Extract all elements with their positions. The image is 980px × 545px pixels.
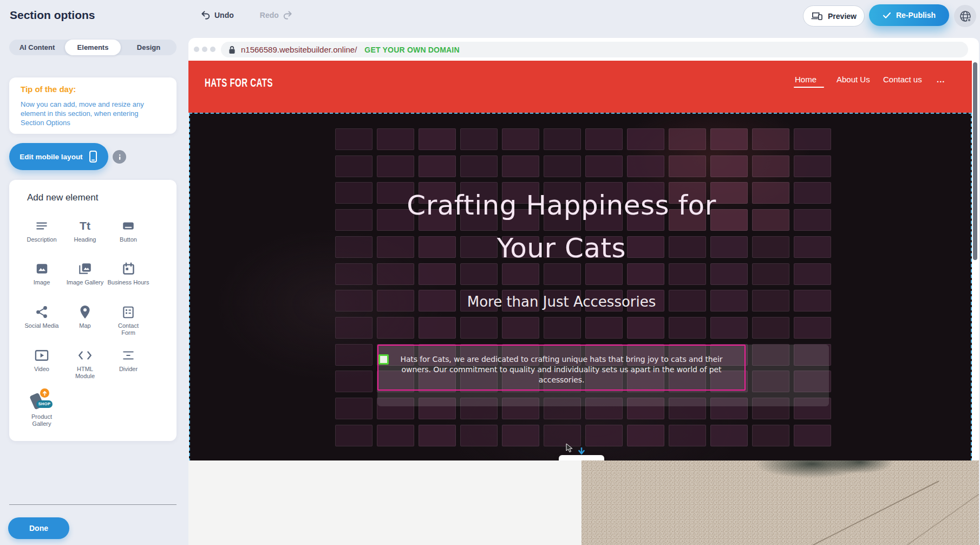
- grid-tile: [752, 263, 789, 285]
- image-gallery-icon: [63, 259, 107, 278]
- add-element-video[interactable]: Video: [20, 346, 63, 373]
- grid-tile: [752, 290, 789, 312]
- get-your-own-domain-link[interactable]: GET YOUR OWN DOMAIN: [364, 46, 459, 54]
- grid-tile: [752, 155, 789, 177]
- grid-tile: [627, 425, 664, 446]
- grid-tile: [460, 128, 498, 150]
- redo-icon: [282, 10, 293, 21]
- grid-tile: [377, 128, 414, 150]
- sidebar-divider: [9, 504, 177, 505]
- heading-icon: Tt: [63, 217, 107, 235]
- done-button[interactable]: Done: [8, 517, 69, 539]
- info-button[interactable]: [113, 150, 126, 164]
- tab-ai-content[interactable]: AI Content: [9, 40, 65, 55]
- grid-tile: [335, 317, 373, 339]
- tip-of-the-day-card: Tip of the day: Now you can add, move an…: [9, 77, 177, 134]
- browser-dot: [194, 47, 199, 52]
- nav-contact-us[interactable]: Contact us: [883, 75, 922, 84]
- grid-tile: [335, 263, 373, 285]
- grid-tile: [794, 425, 831, 446]
- add-element-description[interactable]: Description: [20, 217, 63, 243]
- add-element-html-module[interactable]: HTML Module: [63, 346, 107, 380]
- description-icon: [20, 217, 63, 235]
- contact-form-icon: [107, 303, 150, 321]
- business-hours-icon: [107, 259, 150, 278]
- grid-tile: [502, 128, 539, 150]
- grid-tile: [752, 317, 789, 339]
- republish-button[interactable]: Re-Publish: [869, 4, 949, 26]
- grid-tile: [502, 425, 539, 446]
- grid-tile: [627, 128, 664, 150]
- add-element-heading[interactable]: Tt Heading: [63, 217, 107, 243]
- tip-title: Tip of the day:: [21, 85, 76, 94]
- preview-button[interactable]: Preview: [803, 5, 865, 27]
- add-element-image[interactable]: Image: [20, 259, 63, 286]
- add-element-product-gallery[interactable]: SHOP Product Gallery: [20, 388, 63, 427]
- grid-tile: [710, 317, 748, 339]
- tab-design[interactable]: Design: [121, 40, 177, 55]
- grid-tile: [419, 425, 456, 446]
- grid-tile: [585, 128, 623, 150]
- grid-tile: [794, 236, 831, 258]
- preview-label: Preview: [828, 12, 857, 21]
- grid-tile: [794, 155, 831, 177]
- nav-about-us[interactable]: About Us: [837, 75, 870, 84]
- grid-tile: [335, 290, 373, 312]
- page-title: Section options: [10, 9, 95, 22]
- hero-section-selected[interactable]: Crafting Happiness for Your Cats More th…: [189, 113, 972, 462]
- hero-subheading[interactable]: More than Just Accessories: [372, 294, 751, 310]
- grid-tile: [335, 344, 373, 366]
- scrollbar-thumb[interactable]: [973, 62, 977, 260]
- add-element-map[interactable]: Map: [63, 303, 107, 329]
- redo-button[interactable]: Redo: [260, 10, 293, 21]
- add-element-image-gallery[interactable]: Image Gallery: [63, 259, 107, 286]
- grid-tile: [794, 290, 831, 312]
- hero-paragraph[interactable]: Hats for Cats, we are dedicated to craft…: [385, 354, 738, 385]
- lock-icon: [228, 46, 236, 54]
- address-bar[interactable]: n1566589.websitebuilder.online/ GET YOUR…: [221, 42, 968, 57]
- undo-button[interactable]: Undo: [200, 10, 234, 21]
- grid-tile: [794, 317, 831, 339]
- nav-home[interactable]: Home: [795, 75, 816, 84]
- add-element-button[interactable]: Button: [107, 217, 150, 243]
- grid-tile: [502, 317, 539, 339]
- grid-tile: [794, 182, 831, 204]
- divider-icon: [107, 346, 150, 365]
- hero-heading-line1: Crafting Happiness for: [372, 184, 751, 227]
- product-gallery-icon: SHOP: [20, 388, 63, 412]
- next-section-empty[interactable]: [188, 460, 582, 545]
- add-panel-title: Add new element: [27, 192, 98, 203]
- edit-mobile-layout-button[interactable]: Edit mobile layout: [9, 143, 108, 170]
- add-element-divider[interactable]: Divider: [107, 346, 150, 373]
- language-globe-button[interactable]: [954, 5, 976, 27]
- done-label: Done: [29, 524, 48, 533]
- drag-handle[interactable]: [378, 354, 389, 365]
- grid-tile: [460, 317, 498, 339]
- nav-home-underline: [794, 87, 824, 88]
- grid-tile: [710, 155, 748, 177]
- grid-tile: [627, 317, 664, 339]
- site-logo[interactable]: HATS FOR CATS: [205, 76, 273, 89]
- grid-tile: [460, 155, 498, 177]
- mouse-cursor: [566, 443, 573, 453]
- phone-icon: [88, 150, 98, 163]
- nav-more-button[interactable]: ...: [937, 75, 945, 84]
- hero-heading[interactable]: Crafting Happiness for Your Cats: [372, 184, 751, 270]
- grid-tile: [752, 236, 789, 258]
- social-media-icon: [20, 303, 63, 321]
- add-element-contact-form[interactable]: Contact Form: [107, 303, 150, 336]
- grid-tile: [585, 425, 623, 446]
- image-icon: [20, 259, 63, 278]
- grid-tile: [335, 371, 373, 392]
- grid-tile: [710, 425, 748, 446]
- tab-elements[interactable]: Elements: [65, 40, 121, 55]
- grid-tile: [419, 128, 456, 150]
- republish-label: Re-Publish: [896, 11, 936, 20]
- next-section-floor-image[interactable]: [582, 460, 979, 545]
- grid-tile: [794, 263, 831, 285]
- floor-seam-lines: [582, 460, 979, 545]
- add-element-business-hours[interactable]: Business Hours: [107, 259, 150, 286]
- add-element-social-media[interactable]: Social Media: [20, 303, 63, 329]
- grid-tile: [627, 155, 664, 177]
- grid-tile: [752, 182, 789, 204]
